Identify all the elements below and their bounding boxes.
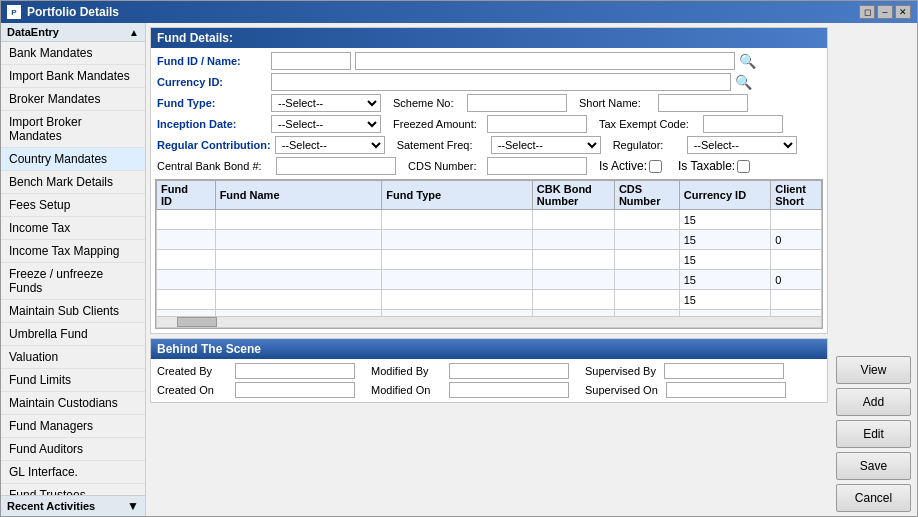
- action-buttons: View Add Edit Save Cancel: [832, 23, 917, 516]
- regulator-select[interactable]: --Select--: [687, 136, 797, 154]
- cell-fund-type: [382, 250, 533, 270]
- add-button[interactable]: Add: [836, 388, 911, 416]
- cell-cds: [614, 250, 679, 270]
- cell-cbk-bond: [532, 210, 614, 230]
- supervised-on-input[interactable]: [666, 382, 786, 398]
- inception-date-label: Inception Date:: [157, 118, 267, 130]
- tax-exempt-input[interactable]: [703, 115, 783, 133]
- sidebar-item-import-broker-mandates[interactable]: Import Broker Mandates: [1, 111, 145, 148]
- behind-scene-title: Behind The Scene: [157, 342, 261, 356]
- save-button[interactable]: Save: [836, 452, 911, 480]
- currency-id-label: Currency ID:: [157, 76, 267, 88]
- scroll-thumb[interactable]: [177, 317, 217, 327]
- minimize-button[interactable]: –: [877, 5, 893, 19]
- behind-scene-panel: Behind The Scene Created By Modified By …: [150, 338, 828, 403]
- cell-cbk-bond: [532, 230, 614, 250]
- sidebar-item-country-mandates[interactable]: Country Mandates: [1, 148, 145, 171]
- created-on-input[interactable]: [235, 382, 355, 398]
- cell-client-short: [771, 290, 822, 310]
- satement-freq-select[interactable]: --Select--: [491, 136, 601, 154]
- cell-fund-id: [157, 290, 216, 310]
- cell-currency-id: 15: [679, 210, 771, 230]
- fund-search-icon[interactable]: 🔍: [739, 53, 756, 69]
- horizontal-scrollbar[interactable]: [156, 316, 822, 328]
- cell-cbk-bond: [532, 250, 614, 270]
- sidebar-item-gl-interface[interactable]: GL Interface.: [1, 461, 145, 484]
- main-content: DataEntry ▲ Bank Mandates Import Bank Ma…: [1, 23, 917, 516]
- sidebar-item-income-tax-mapping[interactable]: Income Tax Mapping: [1, 240, 145, 263]
- col-fund-type: Fund Type: [382, 181, 533, 210]
- fund-type-label: Fund Type:: [157, 97, 267, 109]
- is-active-label: Is Active:: [599, 159, 662, 173]
- sidebar-item-fund-auditors[interactable]: Fund Auditors: [1, 438, 145, 461]
- sidebar-footer: Recent Activities ▼: [1, 495, 145, 516]
- fund-id-input[interactable]: [271, 52, 351, 70]
- supervised-by-label: Supervised By: [585, 365, 656, 377]
- central-bank-input[interactable]: [276, 157, 396, 175]
- supervised-by-input[interactable]: [664, 363, 784, 379]
- cell-cds: [614, 270, 679, 290]
- currency-search-icon[interactable]: 🔍: [735, 74, 752, 90]
- fund-type-select[interactable]: --Select--: [271, 94, 381, 112]
- cell-fund-type: [382, 210, 533, 230]
- fund-name-input[interactable]: [355, 52, 735, 70]
- fund-id-row: Fund ID / Name: 🔍: [157, 52, 821, 70]
- sidebar-item-bank-mandates[interactable]: Bank Mandates: [1, 42, 145, 65]
- table-row: 15: [157, 210, 822, 230]
- created-by-input[interactable]: [235, 363, 355, 379]
- currency-id-input[interactable]: [271, 73, 731, 91]
- regular-contribution-select[interactable]: --Select--: [275, 136, 385, 154]
- scheme-no-label: Scheme No:: [393, 97, 463, 109]
- fund-id-name-label: Fund ID / Name:: [157, 55, 267, 67]
- cancel-button[interactable]: Cancel: [836, 484, 911, 512]
- cell-fund-name: [215, 270, 382, 290]
- table-row: 15 0: [157, 270, 822, 290]
- scheme-no-input[interactable]: [467, 94, 567, 112]
- modified-on-input[interactable]: [449, 382, 569, 398]
- created-on-row: Created On Modified On Supervised On: [157, 382, 821, 398]
- sidebar-item-maintain-sub-clients[interactable]: Maintain Sub Clients: [1, 300, 145, 323]
- sidebar-item-broker-mandates[interactable]: Broker Mandates: [1, 88, 145, 111]
- sidebar-collapse-icon[interactable]: ▲: [129, 27, 139, 38]
- cell-fund-name: [215, 290, 382, 310]
- recent-activities-expand-icon[interactable]: ▼: [127, 499, 139, 513]
- sidebar-header-label: DataEntry: [7, 26, 59, 38]
- cell-currency-id: 15: [679, 230, 771, 250]
- sidebar-item-umbrella-fund[interactable]: Umbrella Fund: [1, 323, 145, 346]
- short-name-input[interactable]: [658, 94, 748, 112]
- sidebar-item-fees-setup[interactable]: Fees Setup: [1, 194, 145, 217]
- table-scroll[interactable]: FundID Fund Name Fund Type CBK BondNumbe…: [156, 180, 822, 316]
- modified-by-input[interactable]: [449, 363, 569, 379]
- is-taxable-label: Is Taxable:: [678, 159, 750, 173]
- edit-button[interactable]: Edit: [836, 420, 911, 448]
- sidebar-item-maintain-custodians[interactable]: Maintain Custodians: [1, 392, 145, 415]
- sidebar-item-freeze-unfreeze-funds[interactable]: Freeze / unfreeze Funds: [1, 263, 145, 300]
- inception-date-row: Inception Date: --Select-- Freezed Amoun…: [157, 115, 821, 133]
- sidebar-item-valuation[interactable]: Valuation: [1, 346, 145, 369]
- cell-cds: [614, 210, 679, 230]
- window-title: Portfolio Details: [27, 5, 853, 19]
- cell-fund-type: [382, 230, 533, 250]
- short-name-label: Short Name:: [579, 97, 654, 109]
- cds-number-input[interactable]: [487, 157, 587, 175]
- sidebar-item-import-bank-mandates[interactable]: Import Bank Mandates: [1, 65, 145, 88]
- sidebar-item-fund-limits[interactable]: Fund Limits: [1, 369, 145, 392]
- sidebar-item-income-tax[interactable]: Income Tax: [1, 217, 145, 240]
- restore-button[interactable]: ◻: [859, 5, 875, 19]
- main-window: P Portfolio Details ◻ – ✕ DataEntry ▲ Ba…: [0, 0, 918, 517]
- view-button[interactable]: View: [836, 356, 911, 384]
- window-icon: P: [7, 5, 21, 19]
- cell-fund-type: [382, 270, 533, 290]
- recent-activities-label: Recent Activities: [7, 500, 95, 512]
- freezed-amount-input[interactable]: [487, 115, 587, 133]
- sidebar: DataEntry ▲ Bank Mandates Import Bank Ma…: [1, 23, 146, 516]
- sidebar-item-fund-managers[interactable]: Fund Managers: [1, 415, 145, 438]
- satement-freq-label: Satement Freq:: [397, 139, 487, 151]
- sidebar-header: DataEntry ▲: [1, 23, 145, 42]
- is-taxable-checkbox[interactable]: [737, 160, 750, 173]
- sidebar-item-fund-trustees[interactable]: Fund Trustees: [1, 484, 145, 495]
- close-button[interactable]: ✕: [895, 5, 911, 19]
- inception-date-select[interactable]: --Select--: [271, 115, 381, 133]
- sidebar-item-bench-mark-details[interactable]: Bench Mark Details: [1, 171, 145, 194]
- is-active-checkbox[interactable]: [649, 160, 662, 173]
